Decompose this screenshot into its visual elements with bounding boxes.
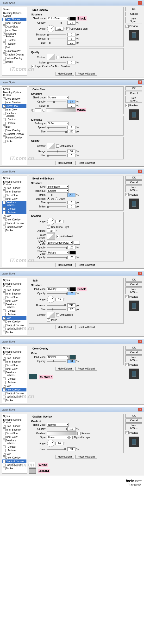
side-bevel[interactable]: ✓Bevel and Emboss — [2, 32, 26, 38]
side-innerglow[interactable]: Inner Glow — [2, 28, 26, 32]
side-contour[interactable]: Contour — [2, 445, 26, 449]
side-contour[interactable]: Contour — [2, 207, 26, 210]
color-swatch[interactable] — [70, 287, 76, 291]
newstyle-button[interactable]: New Style... — [126, 287, 142, 294]
side-dropshadow[interactable]: ✓Drop Shadow — [2, 356, 26, 360]
depth-slider[interactable] — [47, 194, 66, 196]
side-gradientoverlay[interactable]: ✓Gradient Overlay — [2, 392, 26, 395]
style-select[interactable]: Inner Bevel — [47, 185, 69, 188]
distance-slider[interactable] — [47, 304, 66, 307]
side-satin[interactable]: ✓Satin — [2, 46, 26, 49]
soften-slider[interactable] — [47, 205, 66, 208]
side-coloroverlay[interactable]: ✓Color Overlay — [2, 456, 26, 460]
opacity-slider[interactable] — [47, 100, 66, 103]
close-icon[interactable]: ✕ — [138, 80, 142, 84]
ok-button[interactable]: OK — [126, 86, 142, 90]
side-bevel[interactable]: ✓Bevel and Emboss — [2, 439, 26, 445]
side-bevel[interactable]: ✓Bevel and Emboss — [2, 371, 26, 377]
hl-opacity-slider[interactable] — [47, 246, 66, 249]
blendmode-select[interactable]: Color Burn — [47, 17, 69, 20]
opacity-value[interactable]: 33 — [67, 100, 75, 104]
styles-head[interactable]: Styles — [2, 8, 26, 11]
glow-color[interactable] — [35, 108, 41, 112]
opacity-slider[interactable] — [47, 428, 66, 430]
side-outerglow[interactable]: ✓Outer Glow — [2, 25, 26, 28]
cancel-button[interactable]: Cancel — [126, 12, 142, 16]
cancel-button[interactable]: Cancel — [126, 180, 142, 184]
reset-default-button[interactable]: Reset to Default — [75, 366, 97, 371]
side-dropshadow[interactable]: ✓Drop Shadow — [2, 97, 26, 100]
side-innerglow[interactable]: Inner Glow — [2, 299, 26, 303]
side-innerglow[interactable]: Inner Glow — [2, 197, 26, 201]
side-bevel[interactable]: ✓Bevel and Emboss — [2, 201, 26, 207]
opacity-slider[interactable] — [47, 22, 66, 24]
glow-gradient[interactable] — [46, 108, 75, 112]
side-coloroverlay[interactable]: ✓Color Overlay — [2, 128, 26, 132]
make-default-button[interactable]: Make Default — [56, 263, 74, 267]
aa-check[interactable]: ✓ — [56, 235, 59, 238]
side-dropshadow[interactable]: ✓Drop Shadow — [2, 424, 26, 428]
side-stroke[interactable]: Stroke — [2, 140, 26, 143]
make-default-button[interactable]: Make Default — [56, 325, 74, 329]
side-patternoverlay[interactable]: Pattern Overlay — [2, 225, 26, 229]
shmode-select[interactable]: Multiply — [47, 251, 69, 254]
side-gradientoverlay[interactable]: ✓Gradient Overlay — [2, 460, 26, 463]
sh-opacity-slider[interactable] — [47, 256, 66, 259]
reverse-check[interactable] — [77, 432, 80, 435]
side-texture[interactable]: Texture — [2, 42, 26, 46]
reset-default-button[interactable]: Reset to Default — [75, 325, 97, 329]
contour-picker[interactable] — [47, 312, 55, 318]
side-texture[interactable]: Texture — [2, 312, 26, 316]
side-texture[interactable]: Texture — [2, 380, 26, 384]
angle-value[interactable]: 120 — [55, 27, 64, 31]
side-contour[interactable]: Contour — [2, 309, 26, 312]
ok-button[interactable]: OK — [126, 346, 142, 350]
side-coloroverlay[interactable]: ✓Color Overlay — [2, 320, 26, 324]
noise-value[interactable]: 0 — [67, 61, 75, 64]
reset-default-button[interactable]: Reset to Default — [75, 455, 97, 459]
ok-button[interactable]: OK — [126, 176, 142, 180]
blendmode-select[interactable]: Normal — [47, 355, 69, 359]
angle-dial[interactable] — [47, 218, 54, 225]
reset-default-button[interactable]: Reset to Default — [75, 72, 97, 76]
distance-slider[interactable] — [47, 33, 66, 36]
side-dropshadow[interactable]: ✓Drop Shadow — [2, 288, 26, 292]
ok-button[interactable]: OK — [126, 278, 142, 282]
blendmode-select[interactable]: Overlay — [47, 287, 69, 291]
newstyle-button[interactable]: New Style... — [126, 96, 142, 103]
side-stroke[interactable]: Stroke — [2, 467, 26, 470]
noise-slider[interactable] — [47, 104, 66, 107]
preview-check[interactable]: ✓ — [126, 24, 129, 28]
side-dropshadow[interactable]: ✓Drop Shadow — [2, 18, 26, 21]
side-satin[interactable]: ✓Satin — [2, 214, 26, 218]
close-icon[interactable]: ✕ — [138, 170, 142, 174]
make-default-button[interactable]: Make Default — [56, 161, 74, 165]
range-slider[interactable] — [47, 150, 66, 153]
gloss-contour[interactable] — [47, 233, 55, 240]
angle-dial[interactable] — [47, 440, 54, 447]
side-gradientoverlay[interactable]: ✓Gradient Overlay — [2, 53, 26, 56]
side-patternoverlay[interactable]: Pattern Overlay — [2, 463, 26, 467]
contour-picker[interactable] — [47, 54, 55, 60]
opacity-slider[interactable] — [47, 292, 66, 295]
gradient-radio[interactable] — [42, 109, 45, 112]
contour-picker[interactable] — [47, 143, 55, 149]
side-innerglow[interactable]: Inner Glow — [2, 435, 26, 439]
global-light-check[interactable]: ✓ — [47, 226, 50, 229]
cancel-button[interactable]: Cancel — [126, 418, 142, 422]
sh-color[interactable] — [70, 250, 76, 254]
side-stroke[interactable]: Stroke — [2, 60, 26, 64]
side-coloroverlay[interactable]: ✓Color Overlay — [2, 49, 26, 53]
size-slider[interactable] — [47, 308, 66, 311]
side-outerglow[interactable]: ✓Outer Glow — [2, 296, 26, 299]
gradstyle-select[interactable]: Linear — [47, 436, 69, 439]
align-check[interactable]: ✓ — [70, 436, 72, 439]
blending-options[interactable]: Blending Options: Custom — [2, 11, 26, 18]
side-stroke[interactable]: Stroke — [2, 229, 26, 232]
opacity-value[interactable]: 74 — [67, 21, 75, 24]
side-coloroverlay[interactable]: ✓Color Overlay — [2, 388, 26, 392]
side-patternoverlay[interactable]: Pattern Overlay — [2, 395, 26, 399]
color-swatch[interactable] — [70, 355, 76, 359]
side-patternoverlay[interactable]: Pattern Overlay — [2, 136, 26, 140]
side-contour[interactable]: Contour — [2, 118, 26, 121]
